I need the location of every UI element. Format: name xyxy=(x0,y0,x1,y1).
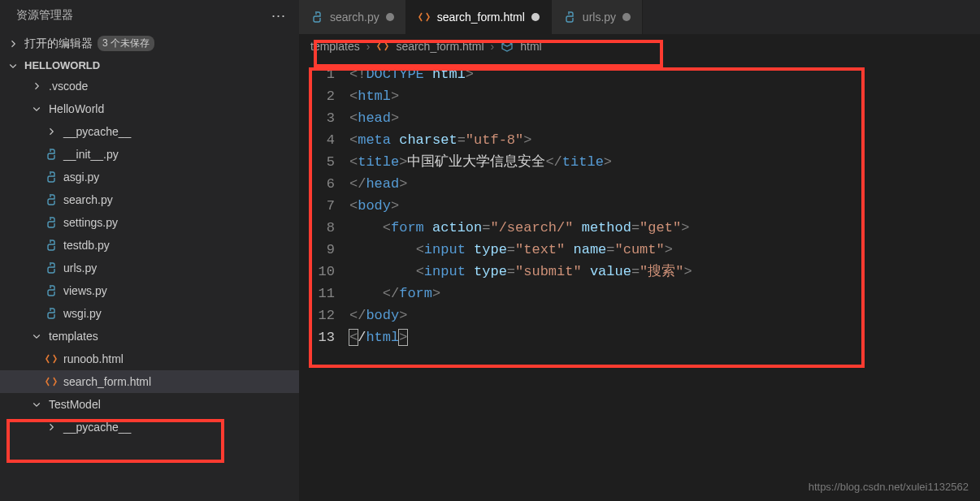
tree-item-label: __pycache__ xyxy=(63,421,131,434)
code-line[interactable]: <html> xyxy=(349,85,692,107)
open-editors-section[interactable]: 打开的编辑器 3 个未保存 xyxy=(0,31,299,56)
editor-group: search.pysearch_form.htmlurls.py templat… xyxy=(299,0,980,501)
html-file-icon xyxy=(44,352,59,365)
breadcrumb-part[interactable]: search_form.html xyxy=(396,40,483,53)
html-file-icon xyxy=(44,375,59,388)
file-item[interactable]: search_form.html xyxy=(0,370,299,393)
tree-item-label: __pycache__ xyxy=(63,125,131,138)
svg-point-0 xyxy=(50,150,51,152)
chevron-right-icon: › xyxy=(491,40,495,53)
open-editors-label: 打开的编辑器 xyxy=(24,37,93,51)
workspace-name: HELLOWORLD xyxy=(24,59,100,71)
tree-item-label: __init__.py xyxy=(63,148,119,161)
code-line[interactable]: <title>中国矿业大学信息安全</title> xyxy=(349,151,692,173)
code-line[interactable]: <head> xyxy=(349,107,692,129)
explorer-sidebar: 资源管理器 ··· 打开的编辑器 3 个未保存 HELLOWORLD .vsco… xyxy=(0,0,299,501)
tree-item-label: search_form.html xyxy=(63,375,151,388)
workspace-root[interactable]: HELLOWORLD xyxy=(0,56,299,75)
tree-item-label: HelloWorld xyxy=(49,102,104,115)
file-item[interactable]: urls.py xyxy=(0,257,299,279)
line-number: 4 xyxy=(299,129,335,151)
chevron-right-icon: › xyxy=(366,40,371,53)
line-number: 1 xyxy=(299,63,335,85)
py-file-icon xyxy=(44,239,59,252)
code-line[interactable]: <input type="text" name="cumt"> xyxy=(349,239,692,261)
line-number: 7 xyxy=(299,195,335,217)
py-file-icon xyxy=(44,216,59,229)
folder-item[interactable]: TestModel xyxy=(0,393,299,416)
unsaved-badge: 3 个未保存 xyxy=(98,36,154,51)
chevron-down-icon xyxy=(29,104,44,114)
svg-point-4 xyxy=(50,241,51,243)
file-item[interactable]: search.py xyxy=(0,188,299,211)
svg-point-7 xyxy=(50,309,51,311)
more-actions-icon[interactable]: ··· xyxy=(271,7,286,24)
dirty-indicator-icon xyxy=(622,13,631,21)
tree-item-label: asgi.py xyxy=(63,171,99,184)
file-item[interactable]: asgi.py xyxy=(0,166,299,188)
watermark-text: https://blog.csdn.net/xulei1132562 xyxy=(809,481,969,493)
line-number: 2 xyxy=(299,85,335,107)
line-number: 6 xyxy=(299,173,335,195)
folder-item[interactable]: __pycache__ xyxy=(0,120,299,143)
explorer-header: 资源管理器 ··· xyxy=(0,0,299,31)
file-item[interactable]: runoob.html xyxy=(0,348,299,370)
code-line[interactable]: </body> xyxy=(349,304,692,326)
file-item[interactable]: views.py xyxy=(0,279,299,302)
code-line[interactable]: </head> xyxy=(349,173,692,195)
svg-point-3 xyxy=(50,218,51,220)
editor-tab[interactable]: urls.py xyxy=(552,0,643,34)
file-item[interactable]: __init__.py xyxy=(0,143,299,166)
svg-point-5 xyxy=(50,264,51,266)
code-line[interactable]: <body> xyxy=(349,195,692,217)
editor-tab[interactable]: search.py xyxy=(299,0,406,34)
code-line[interactable]: </html> xyxy=(349,326,692,348)
tree-item-label: .vscode xyxy=(49,80,88,93)
breadcrumb-part[interactable]: templates xyxy=(310,40,360,53)
tree-item-label: views.py xyxy=(63,284,107,297)
py-file-icon xyxy=(44,171,59,184)
folder-item[interactable]: __pycache__ xyxy=(0,416,299,438)
line-number: 9 xyxy=(299,239,335,261)
code-line[interactable]: <form action="/search/" method="get"> xyxy=(349,217,692,239)
py-file-icon xyxy=(44,148,59,161)
chevron-right-icon xyxy=(29,81,44,91)
editor-tab[interactable]: search_form.html xyxy=(406,0,552,34)
py-file-icon xyxy=(44,307,59,320)
file-item[interactable]: wsgi.py xyxy=(0,302,299,325)
line-number: 13 xyxy=(299,326,335,348)
code-line[interactable]: <input type="submit" value="搜索"> xyxy=(349,261,692,283)
tree-item-label: templates xyxy=(49,330,98,343)
chevron-right-icon xyxy=(7,39,20,49)
tree-item-label: search.py xyxy=(63,193,113,206)
code-line[interactable]: <meta charset="utf-8"> xyxy=(349,129,692,151)
symbol-icon xyxy=(501,40,514,53)
folder-item[interactable]: templates xyxy=(0,325,299,348)
code-line[interactable]: <!DOCTYPE html> xyxy=(349,63,692,85)
dirty-indicator-icon xyxy=(531,13,540,21)
folder-item[interactable]: HelloWorld xyxy=(0,97,299,120)
code-line[interactable]: </form> xyxy=(349,283,692,304)
file-item[interactable]: settings.py xyxy=(0,211,299,234)
line-number: 8 xyxy=(299,217,335,239)
line-number: 3 xyxy=(299,107,335,129)
py-file-icon xyxy=(310,11,323,24)
folder-item[interactable]: .vscode xyxy=(0,75,299,97)
code-editor[interactable]: 12345678910111213 <!DOCTYPE html><html><… xyxy=(299,58,980,501)
breadcrumb-part[interactable]: html xyxy=(520,40,541,53)
py-file-icon xyxy=(44,284,59,297)
svg-point-6 xyxy=(50,287,51,288)
editor-tabs: search.pysearch_form.htmlurls.py xyxy=(299,0,980,34)
file-item[interactable]: testdb.py xyxy=(0,234,299,257)
line-number: 10 xyxy=(299,261,335,283)
code-content[interactable]: <!DOCTYPE html><html><head><meta charset… xyxy=(349,58,692,501)
chevron-down-icon xyxy=(29,331,44,341)
tab-label: search_form.html xyxy=(437,11,525,24)
file-tree: .vscodeHelloWorld__pycache____init__.pya… xyxy=(0,75,299,438)
chevron-down-icon xyxy=(29,400,44,409)
tree-item-label: runoob.html xyxy=(63,352,124,365)
chevron-right-icon xyxy=(44,422,59,432)
svg-point-8 xyxy=(315,13,317,15)
py-file-icon xyxy=(44,261,59,274)
breadcrumb[interactable]: templates › search_form.html › html xyxy=(299,34,980,58)
